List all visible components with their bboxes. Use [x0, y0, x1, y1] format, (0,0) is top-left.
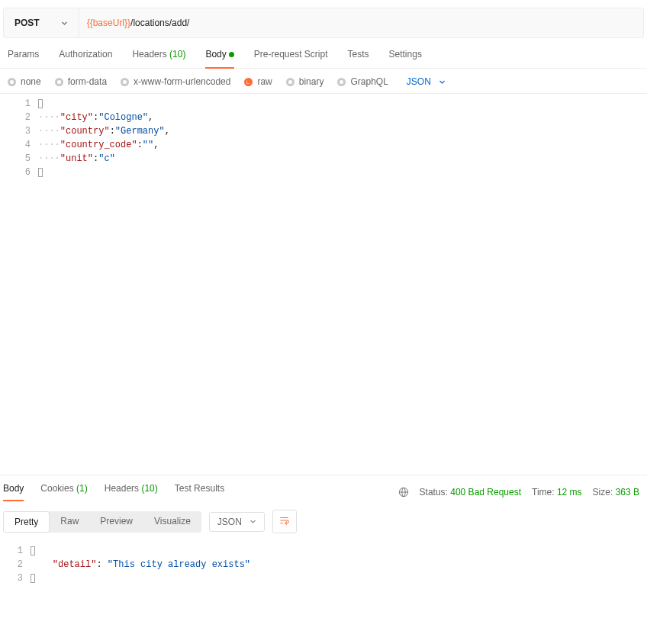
line-gutter: 123 [0, 541, 31, 602]
radio-icon [8, 78, 16, 86]
response-toolbar: Pretty Raw Preview Visualize JSON [0, 501, 647, 541]
view-preview[interactable]: Preview [89, 511, 143, 533]
code-area[interactable]: "detail": "This city already exists" [31, 541, 250, 602]
body-type-raw[interactable]: raw [244, 76, 272, 87]
url-input[interactable]: {{baseUrl}}/locations/add/ [79, 8, 643, 37]
fold-icon [31, 546, 35, 555]
body-modified-dot [229, 52, 234, 57]
http-method-dropdown[interactable]: POST [4, 8, 79, 37]
tab-headers[interactable]: Headers (10) [132, 49, 185, 68]
request-url-bar: POST {{baseUrl}}/locations/add/ [3, 8, 644, 38]
resp-tab-cookies[interactable]: Cookies (1) [40, 483, 87, 501]
line-gutter: 123456 [0, 94, 38, 475]
globe-icon[interactable] [398, 487, 409, 497]
body-type-xwww[interactable]: x-www-form-urlencoded [121, 76, 230, 87]
http-method-value: POST [14, 18, 40, 28]
body-type-binary[interactable]: binary [286, 76, 324, 87]
time-value: 12 ms [557, 487, 582, 497]
fold-icon [38, 99, 43, 108]
response-header: Body Cookies (1) Headers (10) Test Resul… [0, 475, 647, 501]
body-format-dropdown[interactable]: JSON [407, 76, 446, 87]
radio-icon [244, 78, 253, 86]
size-value: 363 B [616, 487, 639, 497]
request-body-editor[interactable]: 123456 ····"city":"Cologne", ····"countr… [0, 93, 647, 475]
status-value: 400 Bad Request [450, 487, 521, 497]
body-type-row: none form-data x-www-form-urlencoded raw… [0, 69, 647, 93]
tab-body[interactable]: Body [205, 49, 233, 69]
view-mode-segment: Pretty Raw Preview Visualize [3, 511, 201, 533]
fold-icon [31, 574, 35, 583]
response-body-editor[interactable]: 123 "detail": "This city already exists" [0, 541, 647, 602]
radio-icon [121, 78, 129, 86]
code-area[interactable]: ····"city":"Cologne", ····"country":"Ger… [38, 94, 170, 475]
tab-tests[interactable]: Tests [348, 49, 369, 68]
response-tabs: Body Cookies (1) Headers (10) Test Resul… [3, 483, 224, 501]
tab-settings[interactable]: Settings [389, 49, 422, 68]
chevron-down-icon [439, 79, 446, 85]
url-path: /locations/add/ [130, 18, 189, 28]
radio-icon [286, 78, 295, 86]
tab-authorization[interactable]: Authorization [59, 49, 112, 68]
request-tabs: Params Authorization Headers (10) Body P… [0, 38, 647, 69]
headers-count: (10) [169, 49, 185, 60]
fold-icon [38, 168, 43, 177]
url-variable: {{baseUrl}} [87, 18, 130, 28]
resp-tab-body[interactable]: Body [3, 483, 24, 501]
response-format-dropdown[interactable]: JSON [209, 512, 265, 532]
resp-tab-tests[interactable]: Test Results [175, 483, 224, 501]
body-type-graphql[interactable]: GraphQL [337, 76, 388, 87]
wrap-lines-button[interactable] [272, 510, 297, 533]
body-type-none[interactable]: none [8, 76, 41, 87]
response-meta: Status: 400 Bad Request Time: 12 ms Size… [398, 487, 639, 497]
radio-icon [55, 78, 63, 86]
radio-icon [337, 78, 346, 86]
tab-prerequest[interactable]: Pre-request Script [254, 49, 328, 68]
chevron-down-icon [61, 20, 68, 27]
tab-params[interactable]: Params [8, 49, 39, 68]
chevron-down-icon [249, 518, 256, 525]
wrap-icon [279, 515, 290, 526]
resp-tab-headers[interactable]: Headers (10) [105, 483, 158, 501]
view-pretty[interactable]: Pretty [3, 511, 50, 533]
view-raw[interactable]: Raw [50, 511, 89, 533]
body-type-formdata[interactable]: form-data [55, 76, 107, 87]
view-visualize[interactable]: Visualize [143, 511, 201, 533]
